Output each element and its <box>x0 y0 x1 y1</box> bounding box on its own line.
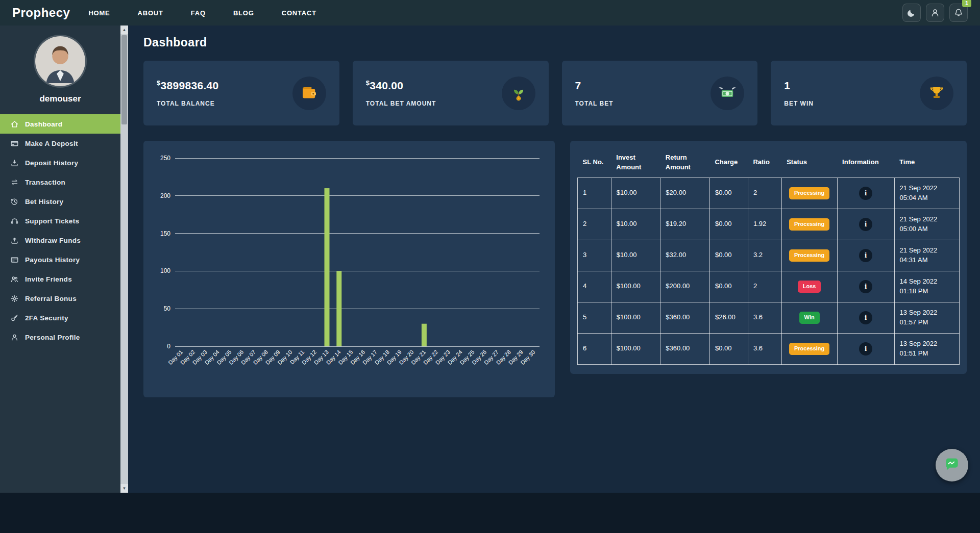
sidebar-item-label: Dashboard <box>25 120 62 128</box>
sidebar-item-label: 2FA Security <box>25 314 68 322</box>
stat-card-bet-win: 1BET WIN <box>771 61 967 125</box>
sidebar-item-label: Make A Deposit <box>25 140 78 147</box>
stat-card-total-balance: $3899836.40TOTAL BALANCE <box>143 61 339 125</box>
cell-return: $20.00 <box>660 177 710 209</box>
table-body: 1$10.00$20.00$0.002Processingi21 Sep 202… <box>578 177 960 364</box>
sidebar-item-personal-profile[interactable]: Personal Profile <box>0 327 120 347</box>
table-row: 3$10.00$32.00$0.003.2Processingi21 Sep 2… <box>578 240 960 271</box>
clock-history-icon <box>10 197 19 206</box>
avatar[interactable] <box>34 35 87 88</box>
profile-button[interactable] <box>926 4 944 22</box>
bet-chart-card: 050100150200250Day 01Day 02Day 03Day 04D… <box>143 141 555 397</box>
sidebar-item-payouts-history[interactable]: Payouts History <box>0 250 120 269</box>
sidebar-item-label: Payouts History <box>25 256 80 264</box>
person-icon <box>10 333 19 342</box>
cell-information: i <box>837 271 894 302</box>
cell-ratio: 3.6 <box>748 333 781 364</box>
sidebar-item-support-tickets[interactable]: Support Tickets <box>0 211 120 231</box>
nav-link-faq[interactable]: FAQ <box>191 9 206 17</box>
svg-text:50: 50 <box>164 305 171 312</box>
stat-number: 3899836.40 <box>161 80 219 91</box>
nav-link-about[interactable]: ABOUT <box>138 9 163 17</box>
sidebar-item-make-a-deposit[interactable]: Make A Deposit <box>0 134 120 153</box>
scrollbar-thumb[interactable] <box>121 35 127 124</box>
cell-return: $360.00 <box>660 333 710 364</box>
scrollbar-track[interactable] <box>120 125 128 484</box>
sidebar-item-invite-friends[interactable]: Invite Friends <box>0 269 120 289</box>
column-header-return-amount: Return Amount <box>660 148 710 177</box>
cell-invest: $100.00 <box>611 271 660 302</box>
home-icon <box>10 120 19 129</box>
info-button[interactable]: i <box>859 342 872 356</box>
cell-ratio: 1.92 <box>748 209 781 240</box>
sidebar-item-bet-history[interactable]: Bet History <box>0 192 120 211</box>
info-icon: i <box>865 220 867 228</box>
deposit-icon <box>10 139 19 148</box>
table-row: 6$100.00$360.00$0.003.6Processingi13 Sep… <box>578 333 960 364</box>
scroll-up-button[interactable]: ▲ <box>120 26 128 34</box>
brand-logo[interactable]: Prophecy <box>12 6 70 20</box>
nav-link-contact[interactable]: CONTACT <box>282 9 316 17</box>
svg-text:200: 200 <box>160 192 170 199</box>
bell-icon <box>953 8 964 18</box>
sidebar-item-dashboard[interactable]: Dashboard <box>0 114 120 134</box>
stat-label: TOTAL BALANCE <box>157 100 218 107</box>
info-button[interactable]: i <box>859 280 872 293</box>
sidebar-scrollbar[interactable]: ▲ ▼ <box>120 26 128 493</box>
cell-charge: $26.00 <box>709 302 748 333</box>
avatar-image <box>35 36 85 86</box>
bet-table: SL No.Invest AmountReturn AmountChargeRa… <box>577 148 960 365</box>
stat-value: 1 <box>784 79 814 92</box>
stat-info: $3899836.40TOTAL BALANCE <box>157 79 218 107</box>
main-nav: HOMEABOUTFAQBLOGCONTACT <box>88 9 316 17</box>
stat-number: 340.00 <box>370 80 403 91</box>
nav-link-home[interactable]: HOME <box>88 9 110 17</box>
notifications-button[interactable]: 1 <box>949 4 968 22</box>
gear-icon <box>10 294 19 303</box>
column-header-time: Time <box>894 148 959 177</box>
cell-charge: $0.00 <box>709 240 748 271</box>
nav-link-blog[interactable]: BLOG <box>233 9 254 17</box>
cell-charge: $0.00 <box>709 333 748 364</box>
info-icon: i <box>865 314 867 321</box>
cell-status: Processing <box>781 177 837 209</box>
cell-return: $32.00 <box>660 240 710 271</box>
headset-icon <box>10 217 19 225</box>
stat-label: TOTAL BET <box>575 100 614 107</box>
status-badge: Win <box>799 312 820 324</box>
cell-charge: $0.00 <box>709 271 748 302</box>
cell-ratio: 2 <box>748 177 781 209</box>
sidebar: demouser DashboardMake A DepositDeposit … <box>0 26 120 493</box>
cell-invest: $10.00 <box>611 240 660 271</box>
chat-button[interactable] <box>936 449 968 481</box>
sidebar-item-label: Deposit History <box>25 159 78 167</box>
sidebar-item-label: Support Tickets <box>25 217 79 225</box>
sidebar-item-withdraw-funds[interactable]: Withdraw Funds <box>0 231 120 250</box>
download-icon <box>10 159 19 167</box>
cell-status: Processing <box>781 209 837 240</box>
flying-money-icon <box>710 77 744 110</box>
scroll-down-button[interactable]: ▼ <box>120 484 128 493</box>
main-content: Dashboard $3899836.40TOTAL BALANCE$340.0… <box>128 26 980 493</box>
sidebar-item-label: Personal Profile <box>25 334 80 341</box>
sidebar-item-transaction[interactable]: Transaction <box>0 172 120 192</box>
info-button[interactable]: i <box>859 311 872 324</box>
info-button[interactable]: i <box>859 187 872 200</box>
key-icon <box>10 314 19 322</box>
status-badge: Processing <box>789 343 829 355</box>
info-icon: i <box>865 251 867 259</box>
theme-toggle-button[interactable] <box>902 4 921 22</box>
page-title: Dashboard <box>143 36 967 49</box>
sidebar-item-2fa-security[interactable]: 2FA Security <box>0 308 120 327</box>
sidebar-item-referral-bonus[interactable]: Referral Bonus <box>0 289 120 308</box>
column-header-sl-no: SL No. <box>578 148 611 177</box>
sidebar-item-label: Invite Friends <box>25 275 72 283</box>
info-button[interactable]: i <box>859 249 872 262</box>
sidebar-item-deposit-history[interactable]: Deposit History <box>0 153 120 172</box>
info-button[interactable]: i <box>859 218 872 231</box>
table-row: 5$100.00$360.00$26.003.6Wini13 Sep 2022 … <box>578 302 960 333</box>
cell-sl: 2 <box>578 209 611 240</box>
currency-prefix: $ <box>157 79 161 87</box>
chat-icon <box>943 456 961 474</box>
status-badge: Processing <box>789 249 829 262</box>
